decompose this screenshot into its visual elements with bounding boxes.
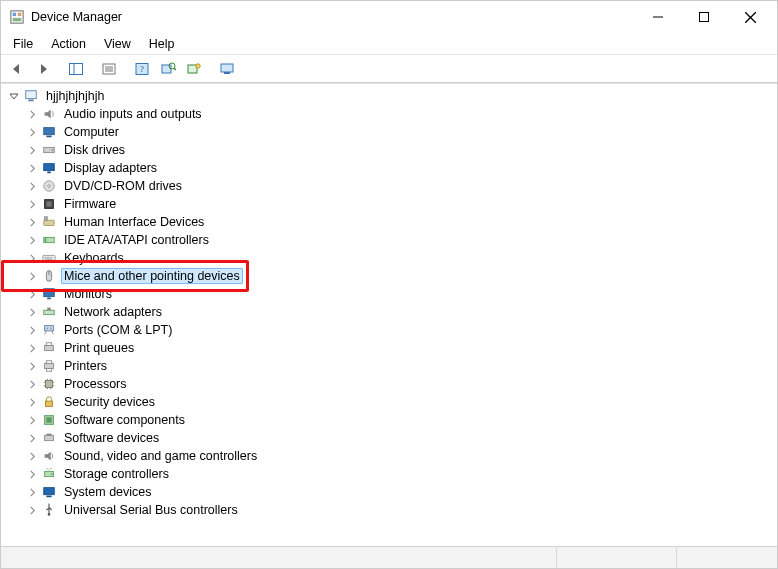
tree-category-label: Printers xyxy=(61,358,110,374)
tree-category-item[interactable]: System devices xyxy=(25,483,771,501)
expand-collapse-icon[interactable] xyxy=(7,89,21,103)
tree-category-item[interactable]: Software components xyxy=(25,411,771,429)
tree-category-label: Firmware xyxy=(61,196,119,212)
expand-collapse-icon[interactable] xyxy=(25,467,39,481)
svg-point-51 xyxy=(47,328,48,329)
add-legacy-hardware-button[interactable] xyxy=(182,57,206,81)
tree-category-item[interactable]: Disk drives xyxy=(25,141,771,159)
svg-line-18 xyxy=(174,68,176,70)
usb-icon xyxy=(41,502,57,518)
expand-collapse-icon[interactable] xyxy=(25,179,39,193)
expand-collapse-icon[interactable] xyxy=(25,503,39,517)
menu-help[interactable]: Help xyxy=(141,35,183,53)
tree-category-label: Sound, video and game controllers xyxy=(61,448,260,464)
expand-collapse-icon[interactable] xyxy=(25,107,39,121)
menu-view[interactable]: View xyxy=(96,35,139,53)
expand-collapse-icon[interactable] xyxy=(25,431,39,445)
svg-point-73 xyxy=(51,473,53,475)
tree-category-label: Security devices xyxy=(61,394,158,410)
tree-category-item[interactable]: Computer xyxy=(25,123,771,141)
tree-category-label: Audio inputs and outputs xyxy=(61,106,205,122)
expand-collapse-icon[interactable] xyxy=(25,143,39,157)
expand-collapse-icon[interactable] xyxy=(25,485,39,499)
menu-action[interactable]: Action xyxy=(43,35,94,53)
tree-root-label: hjjhjhjhjhjh xyxy=(43,88,107,104)
expand-collapse-icon[interactable] xyxy=(25,233,39,247)
maximize-button[interactable] xyxy=(681,1,727,33)
tree-category-item[interactable]: Printers xyxy=(25,357,771,375)
expand-collapse-icon[interactable] xyxy=(25,161,39,175)
tree-category-item[interactable]: Audio inputs and outputs xyxy=(25,105,771,123)
tree-category-item[interactable]: Keyboards xyxy=(25,249,771,267)
svg-rect-26 xyxy=(46,136,51,138)
tree-category-item[interactable]: Monitors xyxy=(25,285,771,303)
properties-button[interactable] xyxy=(97,57,121,81)
back-button[interactable] xyxy=(5,57,29,81)
expand-collapse-icon[interactable] xyxy=(25,377,39,391)
menu-file[interactable]: File xyxy=(5,35,41,53)
expand-collapse-icon[interactable] xyxy=(25,269,39,283)
svg-rect-71 xyxy=(46,434,51,436)
tree-category-item[interactable]: DVD/CD-ROM drives xyxy=(25,177,771,195)
ide-icon xyxy=(41,232,57,248)
expand-collapse-icon[interactable] xyxy=(25,323,39,337)
expand-collapse-icon[interactable] xyxy=(25,449,39,463)
svg-rect-57 xyxy=(46,369,51,372)
show-hide-tree-button[interactable] xyxy=(64,57,88,81)
tree-category-item[interactable]: Software devices xyxy=(25,429,771,447)
svg-rect-67 xyxy=(46,401,53,406)
svg-rect-43 xyxy=(46,259,53,260)
forward-button[interactable] xyxy=(31,57,55,81)
tree-category-item[interactable]: Display adapters xyxy=(25,159,771,177)
tree-root-node[interactable]: hjjhjhjhjhjh xyxy=(7,87,771,105)
expand-collapse-icon[interactable] xyxy=(25,125,39,139)
expand-collapse-icon[interactable] xyxy=(25,395,39,409)
svg-rect-35 xyxy=(44,220,55,225)
tree-category-item[interactable]: Universal Serial Bus controllers xyxy=(25,501,771,519)
display-icon xyxy=(41,160,57,176)
svg-rect-3 xyxy=(13,18,22,22)
expand-collapse-icon[interactable] xyxy=(25,305,39,319)
tree-category-item[interactable]: Ports (COM & LPT) xyxy=(25,321,771,339)
expand-collapse-icon[interactable] xyxy=(25,215,39,229)
expand-collapse-icon[interactable] xyxy=(25,413,39,427)
system-icon xyxy=(41,484,57,500)
svg-text:?: ? xyxy=(140,64,144,74)
expand-collapse-icon[interactable] xyxy=(25,287,39,301)
expand-collapse-icon[interactable] xyxy=(25,341,39,355)
close-button[interactable] xyxy=(727,1,773,33)
device-tree[interactable]: hjjhjhjhjhjh Audio inputs and outputsCom… xyxy=(1,84,777,546)
tree-category-item[interactable]: IDE ATA/ATAPI controllers xyxy=(25,231,771,249)
svg-rect-42 xyxy=(50,257,52,258)
tree-category-item[interactable]: Security devices xyxy=(25,393,771,411)
tree-category-item[interactable]: Sound, video and game controllers xyxy=(25,447,771,465)
tree-category-item[interactable]: Print queues xyxy=(25,339,771,357)
svg-rect-58 xyxy=(46,381,53,388)
tree-category-item[interactable]: Mice and other pointing devices xyxy=(25,267,771,285)
devices-by-type-button[interactable] xyxy=(215,57,239,81)
tree-category-item[interactable]: Firmware xyxy=(25,195,771,213)
svg-rect-16 xyxy=(162,65,171,73)
tree-category-item[interactable]: Human Interface Devices xyxy=(25,213,771,231)
expand-collapse-icon[interactable] xyxy=(25,251,39,265)
tree-category-label: Ports (COM & LPT) xyxy=(61,322,175,338)
toolbar: ? xyxy=(1,55,777,83)
svg-point-32 xyxy=(48,185,51,188)
svg-rect-38 xyxy=(45,238,47,242)
svg-rect-53 xyxy=(45,345,54,350)
svg-rect-48 xyxy=(44,310,55,314)
mouse-icon xyxy=(41,268,57,284)
svg-rect-1 xyxy=(13,13,17,17)
svg-rect-8 xyxy=(70,63,83,74)
tree-category-item[interactable]: Storage controllers xyxy=(25,465,771,483)
expand-collapse-icon[interactable] xyxy=(25,359,39,373)
minimize-button[interactable] xyxy=(635,1,681,33)
expand-collapse-icon[interactable] xyxy=(25,197,39,211)
window-title: Device Manager xyxy=(31,10,122,24)
scan-hardware-button[interactable] xyxy=(156,57,180,81)
tree-category-item[interactable]: Processors xyxy=(25,375,771,393)
tree-category-label: Universal Serial Bus controllers xyxy=(61,502,241,518)
svg-rect-2 xyxy=(18,13,22,17)
tree-category-item[interactable]: Network adapters xyxy=(25,303,771,321)
help-button[interactable]: ? xyxy=(130,57,154,81)
